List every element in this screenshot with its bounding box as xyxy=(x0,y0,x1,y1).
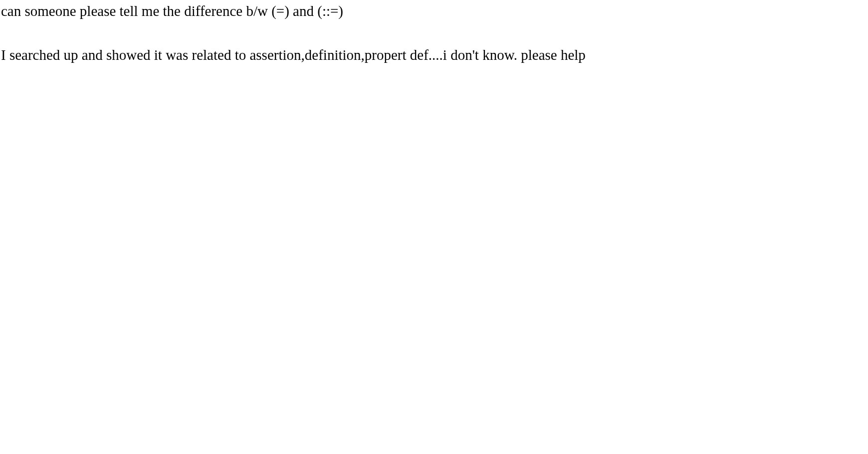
text-line-2: I searched up and showed it was related … xyxy=(1,46,868,65)
text-line-1: can someone please tell me the differenc… xyxy=(1,2,868,21)
